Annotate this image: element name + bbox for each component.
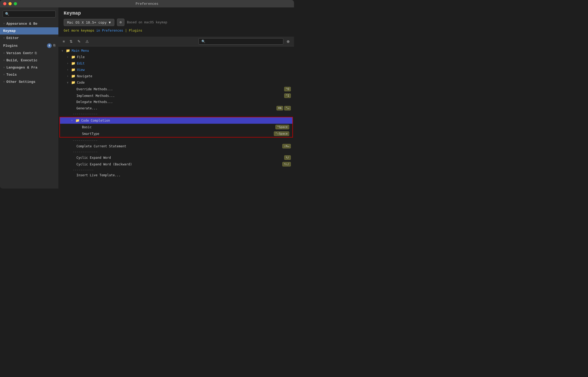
tree-item-override-methods[interactable]: Override Methods... ^O: [58, 86, 294, 92]
copy-icon: ⎘: [53, 44, 55, 48]
sidebar-item-other[interactable]: › Other Settings: [0, 78, 58, 85]
tree-item-insert-live[interactable]: Insert Live Template...: [58, 172, 294, 178]
shortcut-key: ⌥/: [284, 155, 291, 160]
sidebar-item-label: Plugins: [3, 44, 18, 48]
item-label: View: [77, 68, 85, 72]
tree-item-cyclic-expand-back[interactable]: Cyclic Expand Word (Backward) ⌥⇧/: [58, 161, 294, 168]
sidebar-search[interactable]: 🔍: [3, 11, 56, 18]
titlebar: Preferences: [0, 0, 294, 7]
sidebar-search-input[interactable]: [11, 12, 53, 16]
shortcut-key: ^⇧Space: [274, 131, 289, 136]
filter2-icon: ⇅: [70, 39, 73, 44]
find-button[interactable]: ⊕: [285, 38, 291, 45]
tree-item-implement-methods[interactable]: Implement Methods... ^I: [58, 92, 294, 99]
tree-item-basic[interactable]: Basic ^Space: [60, 124, 292, 130]
preferences-window: Preferences 🔍 › Appearance & Be Keymap ›…: [0, 0, 294, 188]
shortcut-key: ^O: [284, 87, 291, 91]
shortcuts: ^I: [284, 93, 291, 98]
tree-item-smarttype[interactable]: SmartType ^⇧Space: [60, 130, 292, 137]
based-on-label: Based on macOS keymap: [127, 20, 167, 24]
keymap-search-input[interactable]: [207, 40, 280, 43]
sidebar-item-editor[interactable]: › Editor: [0, 35, 58, 42]
sidebar-item-keymap[interactable]: Keymap: [0, 27, 58, 35]
filter-button[interactable]: ≡: [61, 38, 66, 45]
chevron-icon: ›: [3, 59, 5, 62]
folder-icon: 📁: [71, 61, 75, 66]
warning-icon: ⚠: [85, 39, 89, 44]
item-label: File: [77, 55, 85, 59]
folder-icon: 📁: [66, 49, 70, 53]
sidebar-item-label: Tools: [6, 73, 17, 77]
keymap-dropdown[interactable]: Mac OS X 10.5+ copy ▼: [64, 19, 114, 26]
plugins-link[interactable]: Plugins: [129, 29, 142, 32]
shortcuts: ^O: [284, 87, 291, 91]
separator: |: [123, 29, 129, 32]
get-more-text: Get more keymaps: [64, 29, 96, 32]
chevron-icon: ›: [67, 75, 71, 78]
chevron-down-icon: ∨: [62, 49, 65, 52]
tree-separator-3: -------------: [58, 149, 294, 154]
chevron-icon: ›: [3, 52, 5, 55]
chevron-icon: ›: [67, 68, 71, 71]
sidebar-item-tools[interactable]: › Tools: [0, 71, 58, 78]
shortcut-key: ^I: [284, 93, 291, 98]
search-icon: 🔍: [201, 40, 205, 43]
folder-icon: 📁: [71, 80, 75, 85]
warning-button[interactable]: ⚠: [84, 38, 90, 45]
shortcuts: ⌥⇧/: [282, 162, 291, 166]
panel-header: Keymap Mac OS X 10.5+ copy ▼ ⚙ Based on …: [58, 7, 294, 37]
shortcuts: ^⇧Space: [274, 131, 289, 136]
preferences-link[interactable]: in Preferences: [96, 29, 123, 32]
tree-item-delegate-methods[interactable]: Delegate Methods...: [58, 99, 294, 105]
item-label: Delegate Methods...: [76, 100, 113, 104]
item-label: Override Methods...: [76, 87, 113, 91]
keymap-search[interactable]: 🔍: [198, 38, 283, 45]
tree-item-code[interactable]: ∨ 📁 Code: [58, 79, 294, 86]
shortcuts: ⌥/: [284, 155, 291, 160]
sidebar-item-appearance[interactable]: › Appearance & Be: [0, 20, 58, 27]
filter2-button[interactable]: ⇅: [68, 38, 74, 45]
main-content: 🔍 › Appearance & Be Keymap › Editor Plug…: [0, 7, 294, 188]
shortcuts: ⇧⌘↵: [282, 144, 291, 148]
gear-button[interactable]: ⚙: [117, 19, 124, 26]
folder-icon: 📁: [71, 55, 75, 59]
tree-item-view[interactable]: › 📁 View: [58, 67, 294, 73]
code-completion-group: › 📁 Code Completion Basic ^Space: [59, 117, 293, 138]
close-button[interactable]: [3, 2, 6, 5]
minimize-button[interactable]: [8, 2, 12, 5]
tree-item-code-completion[interactable]: › 📁 Code Completion: [60, 117, 292, 124]
tree-item-navigate[interactable]: › 📁 Navigate: [58, 73, 294, 79]
toolbar: ≡ ⇅ ✎ ⚠ 🔍 ⊕: [58, 37, 294, 46]
item-label: Navigate: [77, 74, 92, 78]
sidebar-item-build[interactable]: › Build, Executic: [0, 57, 58, 64]
tree-item-cyclic-expand[interactable]: Cyclic Expand Word ⌥/: [58, 154, 294, 161]
sidebar-item-plugins[interactable]: Plugins 8 ⎘: [0, 42, 58, 50]
chevron-icon: ›: [3, 66, 5, 69]
maximize-button[interactable]: [14, 2, 17, 5]
find-icon: ⊕: [287, 39, 290, 44]
item-label: SmartType: [82, 132, 99, 136]
tree-item-complete-current[interactable]: Complete Current Statement ⇧⌘↵: [58, 143, 294, 149]
chevron-down-icon: ∨: [67, 81, 71, 84]
shortcut-key: ^Space: [275, 125, 289, 129]
item-label: Generate...: [76, 106, 97, 110]
tree-item-file[interactable]: › 📁 File: [58, 54, 294, 60]
gear-icon: ⚙: [120, 20, 122, 24]
sidebar-item-version-control[interactable]: › Version Contr ⎘: [0, 50, 58, 57]
copy-icon: ⎘: [35, 52, 37, 55]
tree-item-generate[interactable]: Generate... ⌘N ^↵: [58, 105, 294, 112]
item-label: Insert Live Template...: [76, 173, 120, 177]
item-label: Cyclic Expand Word: [76, 156, 111, 160]
tree-item-edit[interactable]: › 📁 Edit: [58, 60, 294, 67]
separator-label: -------------: [73, 150, 98, 154]
tree-item-main-menu[interactable]: ∨ 📁 Main Menu: [58, 48, 294, 54]
edit-button[interactable]: ✎: [76, 38, 82, 45]
sidebar: 🔍 › Appearance & Be Keymap › Editor Plug…: [0, 7, 58, 188]
tree-separator-2: -------------: [58, 138, 294, 143]
sidebar-item-languages[interactable]: › Languages & Fra: [0, 64, 58, 71]
traffic-lights: [3, 2, 17, 5]
chevron-icon: ›: [3, 22, 5, 25]
keymap-tree[interactable]: ∨ 📁 Main Menu › 📁 File › 📁 Edit: [58, 46, 294, 188]
sidebar-item-label: Other Settings: [6, 80, 35, 84]
edit-icon: ✎: [77, 39, 81, 44]
